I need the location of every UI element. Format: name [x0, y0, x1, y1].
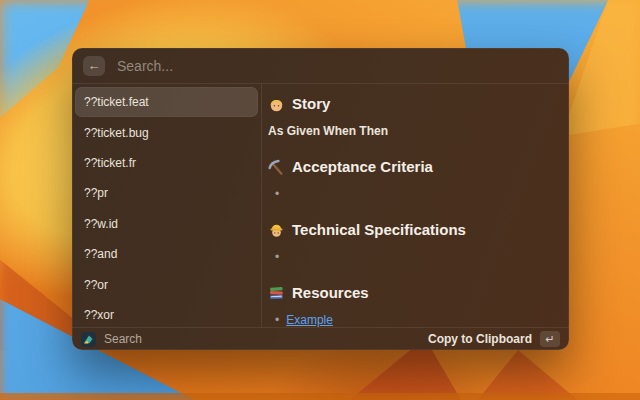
extension-icon [81, 332, 96, 347]
section-resources: Resources • Example [268, 282, 557, 327]
bullet-icon: • [275, 250, 279, 264]
acceptance-criteria-title: Acceptance Criteria [292, 156, 433, 178]
resources-bullet: • Example [268, 313, 557, 327]
search-input[interactable] [117, 58, 558, 74]
desktop-wallpaper: ← ??ticket.feat ??ticket.bug ??ticket.fr… [0, 0, 640, 400]
preview-pane: Story As Given When Then Acceptance Crit… [262, 84, 569, 327]
back-arrow-icon: ← [88, 56, 101, 76]
pickaxe-emoji-icon [268, 159, 285, 176]
list-item-or[interactable]: ??or [75, 269, 258, 299]
snippet-list: ??ticket.feat ??ticket.bug ??ticket.fr ?… [72, 84, 262, 327]
bullet-icon: • [275, 313, 279, 327]
list-item-xor[interactable]: ??xor [75, 300, 258, 330]
technical-bullet: • [268, 250, 557, 264]
list-item-w-id[interactable]: ??w.id [75, 209, 258, 239]
technical-specifications-title: Technical Specifications [292, 219, 466, 241]
launcher-window: ← ??ticket.feat ??ticket.bug ??ticket.fr… [72, 48, 569, 350]
search-bar: ← [72, 48, 569, 84]
status-mode-label: Search [104, 332, 142, 346]
status-bar: Search Copy to Clipboard ↵ [72, 327, 569, 350]
bullet-icon: • [275, 187, 279, 201]
list-item-ticket-fr[interactable]: ??ticket.fr [75, 148, 258, 178]
section-technical-specifications: Technical Specifications • [268, 219, 557, 264]
story-body: As Given When Then [268, 124, 557, 138]
blond-person-emoji-icon [268, 96, 285, 113]
acceptance-bullet: • [268, 187, 557, 201]
section-acceptance-criteria: Acceptance Criteria • [268, 156, 557, 201]
construction-worker-emoji-icon [268, 222, 285, 239]
list-item-and[interactable]: ??and [75, 239, 258, 269]
example-link[interactable]: Example [286, 313, 333, 327]
story-title: Story [292, 93, 330, 115]
books-emoji-icon [268, 285, 285, 302]
resources-title: Resources [292, 282, 369, 304]
list-item-pr[interactable]: ??pr [75, 178, 258, 208]
wallpaper-bottom-band [0, 393, 640, 400]
content-area: ??ticket.feat ??ticket.bug ??ticket.fr ?… [72, 84, 569, 327]
section-story: Story As Given When Then [268, 93, 557, 138]
copy-to-clipboard-button[interactable]: Copy to Clipboard [428, 332, 532, 346]
return-key-icon: ↵ [540, 331, 560, 347]
list-item-ticket-bug[interactable]: ??ticket.bug [75, 117, 258, 147]
back-button[interactable]: ← [83, 56, 105, 76]
list-item-ticket-feat[interactable]: ??ticket.feat [75, 87, 258, 117]
